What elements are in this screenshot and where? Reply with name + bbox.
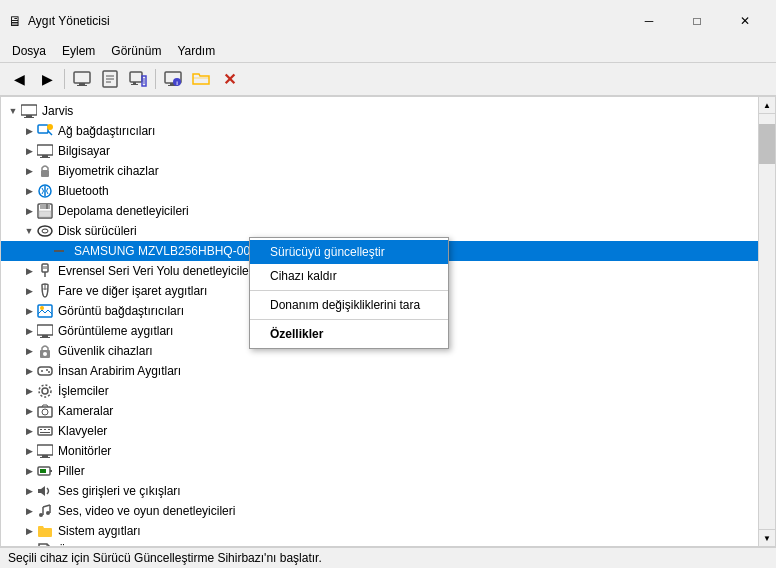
tree-label-biyometrik: Biyometrik cihazlar [58,164,159,178]
tree-item-insan[interactable]: İnsan Arabirim Aygıtları [1,361,758,381]
svg-rect-22 [38,125,48,133]
svg-rect-26 [42,155,48,157]
tree-arrow-jarvis[interactable] [5,103,21,119]
menu-gorunum[interactable]: Görünüm [103,42,169,60]
tree-item-bilgisayar[interactable]: Bilgisayar [1,141,758,161]
toolbar-monitor[interactable]: i [160,66,186,92]
tree-arrow-sistem[interactable] [21,523,37,539]
tree-arrow-monitorler[interactable] [21,443,37,459]
tree-label-evrensel: Evrensel Seri Veri Yolu denetleyicile… [58,264,261,278]
tree-label-ses_video: Ses, video ve oyun denetleyicileri [58,504,235,518]
tree-item-kameralar[interactable]: Kameralar [1,401,758,421]
svg-rect-19 [21,105,37,115]
tree-arrow-goruntu_bag[interactable] [21,303,37,319]
ctx-separator-sep1 [250,290,448,291]
menu-eylem[interactable]: Eylem [54,42,103,60]
ctx-item-remove[interactable]: Cihazı kaldır [250,264,448,288]
toolbar-delete[interactable]: ✕ [216,66,242,92]
svg-rect-69 [40,457,50,458]
tree-item-islemciler[interactable]: İşlemciler [1,381,758,401]
tree-item-ses_giris[interactable]: Ses girişleri ve çıkışları [1,481,758,501]
svg-rect-34 [39,211,51,217]
tree-icon-insan [37,363,53,379]
scroll-track [759,114,775,529]
tree-icon-evrensel [37,263,53,279]
tree-icon-disk [37,223,53,239]
tree-arrow-ag[interactable] [21,123,37,139]
svg-point-35 [38,226,52,236]
minimize-button[interactable]: ─ [626,6,672,36]
tree-item-ses_video[interactable]: Ses, video ve oyun denetleyicileri [1,501,758,521]
ctx-item-update[interactable]: Sürücüyü güncelleştir [250,240,448,264]
tree-arrow-kameralar[interactable] [21,403,37,419]
title-bar: 🖥 Aygıt Yöneticisi ─ □ ✕ [0,0,776,40]
svg-point-54 [46,369,48,371]
tree-arrow-depolama[interactable] [21,203,37,219]
tree-arrow-insan[interactable] [21,363,37,379]
tree-arrow-evrensel[interactable] [21,263,37,279]
tree-icon-monitorler [37,443,53,459]
toolbar-scan[interactable] [125,66,151,92]
svg-point-56 [42,388,48,394]
tree-label-piller: Piller [58,464,85,478]
svg-rect-62 [44,429,46,430]
svg-marker-73 [38,486,45,496]
scrollbar[interactable]: ▲ ▼ [758,97,775,546]
scroll-down[interactable]: ▼ [759,529,775,546]
svg-rect-48 [40,337,50,338]
tree-arrow-piller[interactable] [21,463,37,479]
maximize-button[interactable]: □ [674,6,720,36]
tree-arrow-bilgisayar[interactable] [21,143,37,159]
context-menu: Sürücüyü güncelleştirCihazı kaldırDonanı… [249,237,449,349]
tree-arrow-klavyeler[interactable] [21,423,37,439]
toolbar-doc[interactable] [97,66,123,92]
tree-icon-ses_video [37,503,53,519]
svg-rect-25 [37,145,53,155]
tree-icon-ses_giris [37,483,53,499]
svg-rect-64 [40,432,42,433]
tree-arrow-biyometrik[interactable] [21,163,37,179]
tree-arrow-guvenlik[interactable] [21,343,37,359]
tree-icon-uretici [37,543,53,546]
menu-yardim[interactable]: Yardım [169,42,223,60]
scroll-up[interactable]: ▲ [759,97,775,114]
tree-item-bluetooth[interactable]: Bluetooth [1,181,758,201]
svg-point-55 [48,371,50,373]
tree-arrow-bluetooth[interactable] [21,183,37,199]
tree-item-jarvis[interactable]: Jarvis [1,101,758,121]
tree-item-monitorler[interactable]: Monitörler [1,441,758,461]
tree-label-jarvis: Jarvis [42,104,73,118]
tree-arrow-islemciler[interactable] [21,383,37,399]
tree-item-depolama[interactable]: Depolama denetleyicileri [1,201,758,221]
toolbar-folder[interactable] [188,66,214,92]
tree-item-klavyeler[interactable]: Klavyeler [1,421,758,441]
tree-icon-samsung [53,243,69,259]
tree-label-sistem: Sistem aygıtları [58,524,141,538]
tree-arrow-ses_giris[interactable] [21,483,37,499]
tree-label-disk: Disk sürücüleri [58,224,137,238]
menu-dosya[interactable]: Dosya [4,42,54,60]
tree-item-uretici[interactable]: Üretici Yazılımı [1,541,758,546]
tree-item-ag[interactable]: Ağ bağdaştırıcıları [1,121,758,141]
tree-arrow-goruntuleme[interactable] [21,323,37,339]
ctx-item-scan[interactable]: Donanım değişikliklerini tara [250,293,448,317]
ctx-item-props[interactable]: Özellikler [250,322,448,346]
toolbar-forward[interactable]: ▶ [34,66,60,92]
tree-arrow-uretici[interactable] [21,543,37,546]
tree-arrow-ses_video[interactable] [21,503,37,519]
svg-rect-27 [40,157,50,158]
svg-rect-46 [37,325,53,335]
tree-icon-depolama [37,203,53,219]
svg-point-59 [42,409,48,415]
close-button[interactable]: ✕ [722,6,768,36]
toolbar-back[interactable]: ◀ [6,66,32,92]
toolbar-computer[interactable] [69,66,95,92]
tree-item-sistem[interactable]: Sistem aygıtları [1,521,758,541]
tree-item-piller[interactable]: Piller [1,461,758,481]
scroll-thumb[interactable] [759,124,775,164]
svg-line-23 [48,131,52,135]
tree-icon-islemciler [37,383,53,399]
tree-arrow-disk[interactable] [21,223,37,239]
tree-arrow-fare[interactable] [21,283,37,299]
tree-item-biyometrik[interactable]: Biyometrik cihazlar [1,161,758,181]
